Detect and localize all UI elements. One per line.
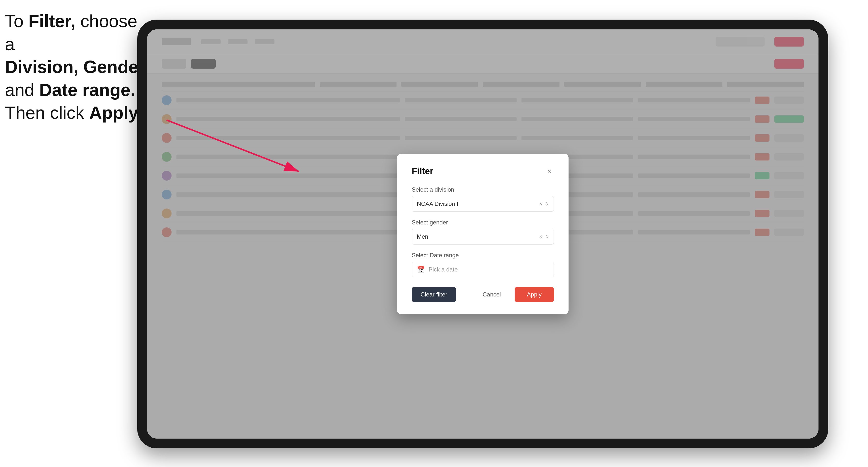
- tablet-screen: Filter × Select a division NCAA Division…: [147, 29, 818, 439]
- instruction-line1: To Filter, choose a: [5, 11, 137, 54]
- svg-line-1: [167, 120, 299, 172]
- arrow-annotation: [147, 29, 818, 439]
- instruction-text: To Filter, choose a Division, Gender and…: [5, 10, 147, 124]
- instruction-line2: Division, Gender: [5, 57, 145, 77]
- instruction-line3: and Date range.: [5, 80, 135, 100]
- tablet-device: Filter × Select a division NCAA Division…: [137, 20, 828, 448]
- instruction-line4: Then click Apply.: [5, 103, 142, 123]
